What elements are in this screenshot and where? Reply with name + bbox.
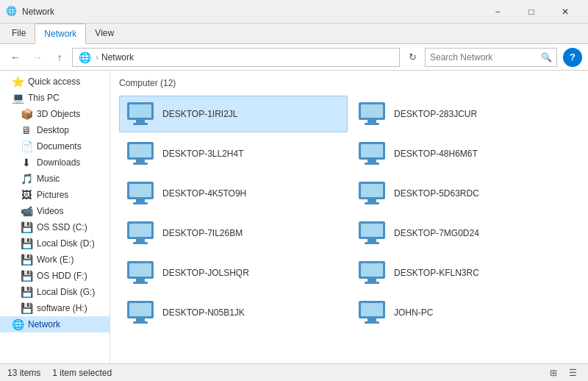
svg-rect-45	[361, 303, 383, 316]
group-header: Computer (12)	[119, 76, 579, 90]
content-area: Computer (12) DESKTOP-1IRI2JL	[110, 71, 588, 363]
search-input[interactable]	[430, 52, 541, 63]
sidebar-item-this-pc[interactable]: 💻 This PC	[0, 90, 110, 106]
tab-file[interactable]: File	[3, 24, 35, 43]
svg-rect-35	[133, 282, 148, 284]
tab-view[interactable]: View	[86, 24, 123, 43]
computer-item[interactable]: DESKTOP-3LL2H4T	[119, 135, 348, 172]
path-icon: 🌐	[79, 51, 91, 63]
this-pc-icon: 💻	[12, 92, 24, 104]
computer-item[interactable]: DESKTOP-4K5TO9H	[119, 175, 348, 212]
computer-name: DESKTOP-5D63RDC	[394, 188, 479, 199]
sidebar-item-documents[interactable]: 📄 Documents	[0, 138, 110, 154]
computer-item[interactable]: DESKTOP-JOLSHQR	[119, 254, 348, 291]
computer-item[interactable]: JOHN-PC	[351, 294, 579, 331]
quick-access-icon: ⭐	[12, 76, 24, 88]
os-hdd-f-icon: 💾	[21, 270, 32, 282]
documents-icon: 📄	[21, 140, 32, 152]
item-count: 13 items	[7, 368, 40, 378]
3d-objects-label: 3D Objects	[37, 109, 80, 119]
list-view-button[interactable]: ☰	[564, 366, 581, 380]
selection-info: 1 item selected	[52, 368, 112, 378]
title-bar: 🌐 Network − □ ✕	[0, 0, 588, 24]
view-controls: ⊞ ☰	[545, 366, 581, 380]
svg-rect-41	[129, 303, 151, 316]
computer-name: DESKTOP-1IRI2JL	[162, 109, 237, 119]
svg-rect-15	[365, 163, 379, 165]
maximize-button[interactable]: □	[514, 0, 548, 24]
network-icon: 🌐	[12, 318, 24, 330]
pictures-icon: 🖼	[21, 189, 32, 201]
downloads-label: Downloads	[37, 157, 80, 168]
computer-icon	[357, 299, 387, 326]
local-disk-g-icon: 💾	[21, 286, 32, 298]
sidebar-item-music[interactable]: 🎵 Music	[0, 171, 110, 187]
address-path[interactable]: 🌐 › Network	[72, 48, 400, 67]
svg-rect-6	[368, 120, 376, 123]
help-button[interactable]: ?	[563, 48, 582, 67]
svg-rect-26	[136, 239, 145, 242]
svg-rect-38	[368, 279, 376, 282]
work-e-icon: 💾	[21, 254, 32, 266]
computer-item[interactable]: DESKTOP-N05B1JK	[119, 294, 348, 331]
sidebar-item-3d-objects[interactable]: 📦 3D Objects	[0, 106, 110, 122]
computer-grid: DESKTOP-1IRI2JL DESKTOP-283JCUR	[119, 96, 579, 331]
large-icons-view-button[interactable]: ⊞	[545, 366, 562, 380]
computer-item[interactable]: DESKTOP-KFLN3RC	[351, 254, 579, 291]
videos-label: Videos	[37, 206, 63, 216]
computer-icon	[126, 140, 155, 167]
music-icon: 🎵	[21, 173, 32, 185]
sidebar-item-downloads[interactable]: ⬇ Downloads	[0, 154, 110, 171]
sidebar-item-quick-access[interactable]: ⭐ Quick access	[0, 74, 110, 90]
close-button[interactable]: ✕	[548, 0, 582, 24]
computer-item[interactable]: DESKTOP-48H6M6T	[351, 135, 579, 172]
sidebar-item-os-hdd-f[interactable]: 💾 OS HDD (F:)	[0, 268, 110, 284]
title-bar-title: Network	[22, 7, 481, 17]
svg-rect-9	[129, 144, 151, 157]
svg-rect-29	[361, 224, 383, 237]
search-icon: 🔍	[541, 52, 552, 63]
computer-item[interactable]: DESKTOP-1IRI2JL	[119, 96, 348, 132]
computer-name: DESKTOP-3LL2H4T	[162, 149, 244, 159]
computer-item[interactable]: DESKTOP-5D63RDC	[351, 175, 579, 212]
os-hdd-f-label: OS HDD (F:)	[37, 271, 87, 281]
computer-item[interactable]: DESKTOP-7MG0D24	[351, 215, 579, 252]
sidebar-item-software-h[interactable]: 💾 software (H:)	[0, 300, 110, 316]
back-button[interactable]: ←	[6, 48, 25, 67]
status-bar: 13 items 1 item selected ⊞ ☰	[0, 363, 588, 381]
sidebar-item-local-disk-d[interactable]: 💾 Local Disk (D:)	[0, 235, 110, 252]
computer-name: DESKTOP-7MG0D24	[394, 228, 479, 238]
music-label: Music	[37, 174, 60, 184]
sidebar-item-videos[interactable]: 📹 Videos	[0, 203, 110, 219]
computer-icon	[357, 260, 387, 286]
sidebar-item-pictures[interactable]: 🖼 Pictures	[0, 187, 110, 203]
computer-icon	[126, 260, 155, 286]
os-ssd-icon: 💾	[21, 221, 32, 233]
sidebar-item-desktop[interactable]: 🖥 Desktop	[0, 122, 110, 138]
computer-item[interactable]: DESKTOP-283JCUR	[351, 96, 579, 132]
refresh-button[interactable]: ↻	[403, 48, 422, 67]
software-h-label: software (H:)	[37, 303, 87, 313]
computer-icon	[126, 180, 155, 207]
sidebar-item-local-disk-g[interactable]: 💾 Local Disk (G:)	[0, 284, 110, 300]
local-disk-d-label: Local Disk (D:)	[37, 238, 95, 249]
sidebar-item-os-ssd[interactable]: 💾 OS SSD (C:)	[0, 219, 110, 235]
sidebar-item-work-e[interactable]: 💾 Work (E:)	[0, 252, 110, 268]
minimize-button[interactable]: −	[481, 0, 514, 24]
sidebar-item-network[interactable]: 🌐 Network	[0, 316, 110, 332]
computer-name: DESKTOP-283JCUR	[394, 109, 477, 119]
svg-rect-18	[136, 199, 145, 202]
computer-name: DESKTOP-48H6M6T	[394, 149, 478, 159]
svg-rect-27	[133, 242, 148, 244]
title-bar-icon: 🌐	[6, 6, 18, 18]
ribbon-tabs: File Network View	[0, 24, 588, 43]
path-separator: ›	[96, 52, 98, 63]
svg-rect-17	[129, 184, 151, 197]
computer-name: DESKTOP-7IL26BM	[162, 228, 243, 238]
up-button[interactable]: ↑	[50, 48, 69, 67]
forward-button[interactable]: →	[28, 48, 47, 67]
computer-item[interactable]: DESKTOP-7IL26BM	[119, 215, 348, 252]
videos-icon: 📹	[21, 205, 32, 217]
computer-icon	[126, 101, 155, 127]
tab-network[interactable]: Network	[35, 24, 86, 44]
